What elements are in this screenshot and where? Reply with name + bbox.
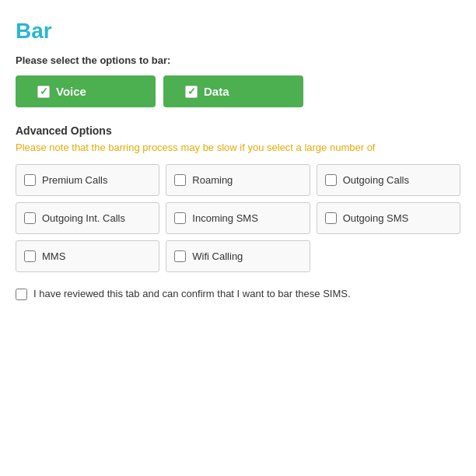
- wifi-calling-checkbox[interactable]: [174, 250, 186, 262]
- list-item[interactable]: Outgoing Int. Calls: [16, 202, 159, 234]
- toggle-buttons-group: ✓ Voice ✓ Data: [16, 75, 460, 107]
- outgoing-int-calls-checkbox[interactable]: [24, 212, 36, 224]
- mms-checkbox[interactable]: [24, 250, 36, 262]
- options-grid: Premium Calls Roaming Outgoing Calls Out…: [16, 164, 460, 272]
- data-toggle-label: Data: [204, 85, 229, 98]
- outgoing-calls-checkbox[interactable]: [325, 174, 337, 186]
- outgoing-calls-label: Outgoing Calls: [343, 174, 409, 186]
- warning-text: Please note that the barring process may…: [16, 142, 460, 153]
- data-check-icon: ✓: [187, 86, 196, 96]
- incoming-sms-checkbox[interactable]: [174, 212, 186, 224]
- voice-toggle-button[interactable]: ✓ Voice: [16, 75, 156, 107]
- wifi-calling-label: Wifi Calling: [192, 250, 243, 262]
- list-item[interactable]: Roaming: [166, 164, 310, 196]
- list-item[interactable]: MMS: [16, 240, 159, 272]
- advanced-options-title: Advanced Options: [16, 124, 460, 137]
- outgoing-sms-checkbox[interactable]: [325, 212, 337, 224]
- list-item[interactable]: Premium Calls: [16, 164, 159, 196]
- premium-calls-checkbox[interactable]: [24, 174, 36, 186]
- roaming-checkbox[interactable]: [174, 174, 186, 186]
- roaming-label: Roaming: [192, 174, 233, 186]
- list-item[interactable]: Incoming SMS: [166, 202, 310, 234]
- data-toggle-button[interactable]: ✓ Data: [163, 75, 303, 107]
- incoming-sms-label: Incoming SMS: [192, 212, 258, 224]
- outgoing-sms-label: Outgoing SMS: [343, 212, 409, 224]
- list-item[interactable]: Outgoing Calls: [317, 164, 460, 196]
- voice-checkbox-icon: ✓: [37, 86, 50, 98]
- voice-toggle-label: Voice: [56, 85, 86, 98]
- list-item[interactable]: Outgoing SMS: [317, 202, 460, 234]
- voice-check-icon: ✓: [40, 86, 48, 96]
- premium-calls-label: Premium Calls: [42, 174, 108, 186]
- outgoing-int-calls-label: Outgoing Int. Calls: [42, 212, 125, 224]
- confirm-row: I have reviewed this tab and can confirm…: [16, 288, 460, 300]
- mms-label: MMS: [42, 250, 65, 262]
- list-item[interactable]: Wifi Calling: [166, 240, 310, 272]
- confirm-checkbox[interactable]: [16, 289, 27, 300]
- confirm-label[interactable]: I have reviewed this tab and can confirm…: [33, 288, 351, 299]
- page-title: Bar: [16, 19, 460, 44]
- select-prompt: Please select the options to bar:: [16, 54, 460, 66]
- data-checkbox-icon: ✓: [185, 86, 198, 98]
